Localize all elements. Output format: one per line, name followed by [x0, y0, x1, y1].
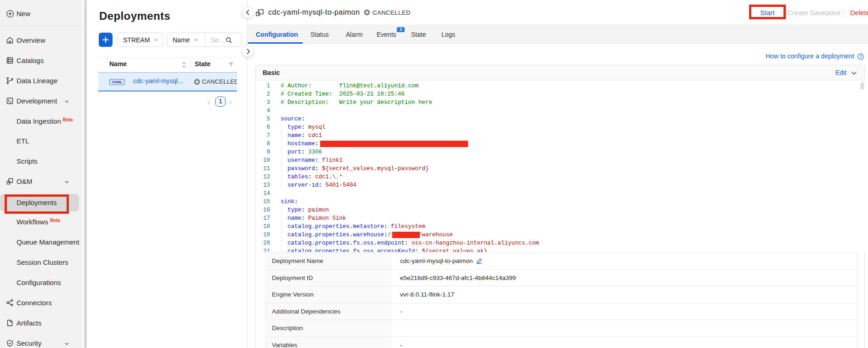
svg-text:?: ?	[859, 54, 862, 59]
